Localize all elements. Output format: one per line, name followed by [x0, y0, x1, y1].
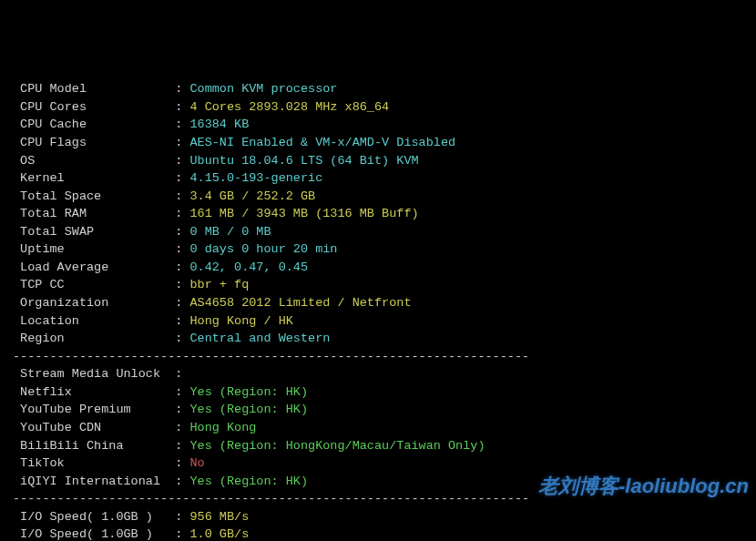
row-label: BiliBili China — [13, 439, 175, 453]
row-value: 16384 KB — [189, 117, 249, 131]
row-value: No — [189, 456, 204, 470]
row-label: YouTube Premium — [13, 403, 175, 416]
row-label: CPU Model — [13, 82, 175, 96]
stream-row: iQIYI International : Yes (Region: HK) — [13, 473, 743, 491]
row-colon: : — [175, 510, 189, 524]
io-row: I/O Speed( 1.0GB ) : 1.0 GB/s — [13, 526, 743, 541]
system-row: CPU Cache : 16384 KB — [13, 116, 743, 134]
row-label: TikTok — [13, 456, 175, 470]
row-colon: : — [175, 207, 189, 220]
row-value: Yes (Region: HongKong/Macau/Taiwan Only) — [189, 439, 485, 453]
row-value: bbr + fq — [189, 278, 249, 291]
stream-row: BiliBili China : Yes (Region: HongKong/M… — [13, 437, 743, 455]
row-label: CPU Flags — [13, 136, 175, 149]
row-colon: : — [175, 475, 189, 488]
row-value: 0.42, 0.47, 0.45 — [189, 260, 308, 274]
row-label: iQIYI International — [13, 475, 175, 488]
row-label: YouTube CDN — [13, 421, 175, 434]
row-colon: : — [175, 527, 189, 541]
row-label: I/O Speed( 1.0GB ) — [13, 527, 175, 541]
row-colon: : — [175, 421, 189, 434]
row-label: TCP CC — [13, 278, 175, 291]
row-value: Hong Kong — [189, 421, 256, 434]
row-value: Yes (Region: HK) — [189, 385, 308, 399]
row-colon: : — [175, 332, 189, 345]
row-value: Common KVM processor — [189, 82, 337, 96]
row-colon: : — [175, 171, 189, 185]
row-value: AES-NI Enabled & VM-x/AMD-V Disabled — [189, 136, 455, 149]
row-label: Total SWAP — [13, 225, 175, 239]
row-colon: : — [175, 296, 189, 310]
row-label: OS — [13, 154, 175, 168]
system-row: Total Space : 3.4 GB / 252.2 GB — [13, 188, 743, 206]
stream-row: YouTube Premium : Yes (Region: HK) — [13, 401, 743, 419]
row-label: Region — [13, 332, 175, 345]
row-label: I/O Speed( 1.0GB ) — [13, 510, 175, 524]
divider-line: ----------------------------------------… — [13, 490, 743, 508]
row-colon: : — [175, 456, 189, 470]
row-colon: : — [175, 439, 189, 453]
row-label: Kernel — [13, 171, 175, 185]
system-row: Total SWAP : 0 MB / 0 MB — [13, 223, 743, 241]
row-colon: : — [175, 136, 189, 149]
system-row: Load Average : 0.42, 0.47, 0.45 — [13, 259, 743, 277]
row-label: Uptime — [13, 242, 175, 256]
row-colon: : — [175, 367, 189, 381]
io-row: I/O Speed( 1.0GB ) : 956 MB/s — [13, 508, 743, 526]
system-row: Location : Hong Kong / HK — [13, 312, 743, 331]
system-row: Kernel : 4.15.0-193-generic — [13, 169, 743, 188]
row-label: Organization — [13, 296, 175, 310]
system-row: TCP CC : bbr + fq — [13, 276, 743, 294]
stream-header-row: Stream Media Unlock : — [13, 365, 743, 383]
system-row: CPU Cores : 4 Cores 2893.028 MHz x86_64 — [13, 98, 743, 117]
system-row: CPU Flags : AES-NI Enabled & VM-x/AMD-V … — [13, 134, 743, 152]
row-label: Total Space — [13, 189, 175, 203]
row-colon: : — [175, 82, 189, 96]
row-label: CPU Cache — [13, 117, 175, 131]
row-value: 0 MB / 0 MB — [189, 225, 271, 239]
system-row: Total RAM : 161 MB / 3943 MB (1316 MB Bu… — [13, 205, 743, 223]
row-value: Ubuntu 18.04.6 LTS (64 Bit) KVM — [189, 154, 418, 168]
row-colon: : — [175, 260, 189, 274]
system-row: Organization : AS4658 2012 Limited / Net… — [13, 294, 743, 312]
row-label: Location — [13, 314, 175, 328]
row-colon: : — [175, 403, 189, 416]
system-row: Uptime : 0 days 0 hour 20 min — [13, 240, 743, 259]
row-value: 161 MB / 3943 MB (1316 MB Buff) — [189, 207, 418, 220]
row-label: Stream Media Unlock — [13, 367, 175, 381]
divider-line: ----------------------------------------… — [13, 348, 743, 366]
row-value: 3.4 GB / 252.2 GB — [189, 189, 315, 203]
row-value: 0 days 0 hour 20 min — [189, 242, 337, 256]
row-value: 956 MB/s — [189, 510, 249, 524]
row-colon: : — [175, 117, 189, 131]
row-label: Total RAM — [13, 207, 175, 220]
row-colon: : — [175, 154, 189, 168]
row-colon: : — [175, 189, 189, 203]
row-colon: : — [175, 100, 189, 114]
row-value: 4.15.0-193-generic — [189, 171, 322, 185]
row-value: Hong Kong / HK — [189, 314, 292, 328]
row-value: Central and Western — [189, 332, 330, 345]
row-colon: : — [175, 314, 189, 328]
row-label: Netflix — [13, 385, 175, 399]
row-colon: : — [175, 278, 189, 291]
row-label: CPU Cores — [13, 100, 175, 114]
row-value: 1.0 GB/s — [189, 527, 249, 541]
stream-row: Netflix : Yes (Region: HK) — [13, 383, 743, 402]
row-colon: : — [175, 385, 189, 399]
row-value: Yes (Region: HK) — [189, 475, 308, 488]
terminal-output: CPU Model : Common KVM processor CPU Cor… — [13, 80, 743, 541]
row-value: Yes (Region: HK) — [189, 403, 308, 416]
row-colon: : — [175, 242, 189, 256]
system-row: Region : Central and Western — [13, 330, 743, 348]
row-label: Load Average — [13, 260, 175, 274]
row-value: 4 Cores 2893.028 MHz x86_64 — [189, 100, 389, 114]
system-row: OS : Ubuntu 18.04.6 LTS (64 Bit) KVM — [13, 152, 743, 170]
stream-row: TikTok : No — [13, 454, 743, 473]
row-value: AS4658 2012 Limited / Netfront — [189, 296, 411, 310]
stream-row: YouTube CDN : Hong Kong — [13, 419, 743, 437]
system-row: CPU Model : Common KVM processor — [13, 80, 743, 98]
row-colon: : — [175, 225, 189, 239]
